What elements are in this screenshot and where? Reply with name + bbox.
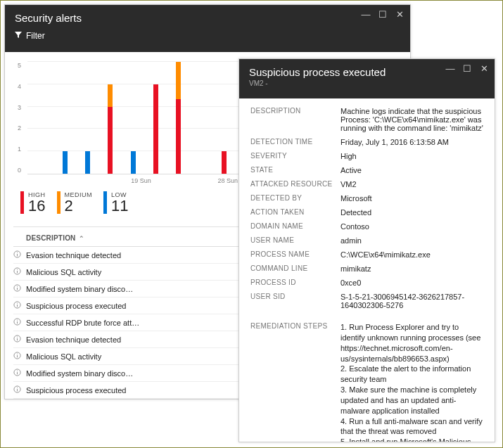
blade-header: — ☐ ✕ Security alerts Filter <box>5 5 410 52</box>
value-attacked-resource: VM2 <box>340 180 483 188</box>
info-icon <box>13 318 26 327</box>
label-attacked-resource: ATTACKED RESOURCE <box>250 180 333 188</box>
value-process-name: C:\WCE\x64\mimikatz.exe <box>340 250 483 259</box>
detail-subtitle: VM2 - <box>249 79 485 87</box>
severity-stat[interactable]: MEDIUM2 <box>57 191 93 214</box>
value-severity: High <box>340 152 483 160</box>
chart-bar <box>33 62 51 174</box>
chart-bar <box>192 62 210 174</box>
label-process-name: PROCESS NAME <box>250 250 333 259</box>
value-user-name: admin <box>340 236 483 245</box>
chart-bar <box>146 62 165 174</box>
blade-header: — ☐ ✕ Suspicious process executed VM2 - <box>239 59 495 98</box>
filter-icon <box>15 31 22 41</box>
label-detected-by: DETECTED BY <box>250 194 333 203</box>
close-icon[interactable]: ✕ <box>479 63 489 74</box>
label-user-name: USER NAME <box>250 236 333 245</box>
value-detected-by: Microsoft <box>340 194 483 203</box>
chart-bar <box>101 62 120 174</box>
close-icon[interactable]: ✕ <box>395 9 405 20</box>
cell-description: Suspicious process executed <box>26 302 275 310</box>
label-action-taken: ACTION TAKEN <box>250 208 333 217</box>
severity-stat[interactable]: HIGH16 <box>20 191 46 214</box>
cell-description: Modified system binary disco… <box>26 369 275 378</box>
maximize-icon[interactable]: ☐ <box>378 9 388 20</box>
filter-label: Filter <box>26 31 45 41</box>
label-command-line: COMMAND LINE <box>250 264 333 273</box>
minimize-icon[interactable]: — <box>361 9 371 20</box>
alert-detail-blade: — ☐ ✕ Suspicious process executed VM2 - … <box>238 58 495 442</box>
info-icon <box>13 385 26 395</box>
label-description: DESCRIPTION <box>250 107 333 132</box>
info-icon <box>13 369 26 378</box>
cell-description: Malicious SQL activity <box>26 352 275 361</box>
chart-bar <box>56 62 74 174</box>
cell-description: Modified system binary disco… <box>26 285 275 293</box>
label-state: STATE <box>250 166 333 174</box>
cell-description: Suspicious process executed <box>26 386 275 395</box>
chart-bar <box>170 62 188 174</box>
value-state: Active <box>340 166 483 174</box>
info-icon <box>13 335 26 344</box>
cell-description: Malicious SQL activity <box>26 268 275 276</box>
severity-stat[interactable]: LOW11 <box>103 191 128 214</box>
value-command-line: mimikatz <box>340 264 483 273</box>
label-user-sid: USER SID <box>250 293 333 309</box>
chart-bar <box>124 62 142 174</box>
maximize-icon[interactable]: ☐ <box>462 63 472 74</box>
sort-icon: ⌃ <box>79 235 84 242</box>
label-process-id: PROCESS ID <box>250 279 333 287</box>
chart-bar <box>215 62 233 174</box>
info-icon <box>13 352 26 361</box>
value-process-id: 0xce0 <box>340 279 483 287</box>
col-description[interactable]: DESCRIPTION⌃ <box>26 234 275 242</box>
info-icon <box>13 250 26 260</box>
value-domain-name: Contoso <box>340 222 483 231</box>
info-icon <box>13 301 26 310</box>
label-domain-name: DOMAIN NAME <box>250 222 333 231</box>
info-icon <box>13 284 26 293</box>
label-severity: SEVERITY <box>250 152 333 160</box>
label-detection-time: DETECTION TIME <box>250 138 333 146</box>
blade-title: Security alerts <box>15 12 400 24</box>
label-remediation: REMEDIATION STEPS <box>250 322 333 442</box>
value-detection-time: Friday, July 1, 2016 6:13:58 AM <box>340 138 483 146</box>
info-icon <box>13 267 26 276</box>
value-user-sid: S-1-5-21-3006945142-3626217857-164030230… <box>340 293 483 309</box>
value-description: Machine logs indicate that the suspiciou… <box>340 107 483 132</box>
cell-description: Successful RDP brute force att… <box>26 319 275 327</box>
cell-description: Evasion technique detected <box>26 335 275 344</box>
chart-bar <box>79 62 97 174</box>
value-action-taken: Detected <box>340 208 483 217</box>
cell-description: Evasion technique detected <box>26 251 275 260</box>
filter-button[interactable]: Filter <box>15 31 400 41</box>
value-remediation: 1. Run Process Explorer and try to ident… <box>340 322 483 442</box>
minimize-icon[interactable]: — <box>445 63 455 74</box>
